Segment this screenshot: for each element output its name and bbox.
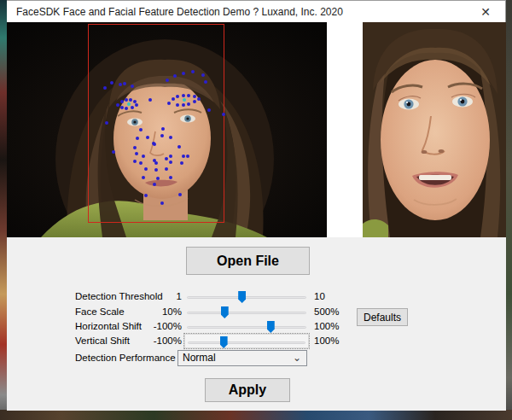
open-file-button[interactable]: Open File [186,247,310,275]
slider-max-value: 500% [314,305,339,319]
slider-track[interactable] [187,312,306,314]
performance-dropdown[interactable]: Normal ⌄ [177,350,307,366]
landmark-dot [142,155,145,158]
close-button[interactable]: ✕ [471,1,500,22]
desktop-wallpaper-left [0,0,7,420]
detection-result-photo [7,22,327,237]
landmark-dot [193,100,196,103]
landmark-dot [129,98,132,102]
landmark-dot [133,160,137,163]
landmark-dot [119,83,122,86]
landmark-dot [153,183,156,186]
slider-min-value: -100% [139,319,182,334]
landmark-dot [169,176,172,179]
landmark-dot [197,97,201,101]
slider-min-value: 1 [139,289,182,304]
slider-max-value: 100% [314,319,339,334]
landmark-dot [142,176,145,179]
eye-center-landmark [127,102,131,106]
landmark-dot [176,95,179,98]
slider-row-face-scale: Face Scale 10% 500% [7,305,506,319]
landmark-dot [191,70,195,73]
titlebar: FaceSDK Face and Facial Feature Detectio… [7,1,505,22]
right-photo-art [363,22,506,237]
vertical-shift-slider[interactable] [184,334,309,348]
landmark-dot [187,94,190,97]
close-icon: ✕ [480,5,491,19]
landmark-dot [154,168,158,172]
landmark-dot [161,127,165,131]
apply-button[interactable]: Apply [205,378,290,402]
landmark-dot [133,146,137,149]
landmark-dot [136,137,139,140]
slider-max-value: 100% [314,334,339,348]
slider-thumb[interactable] [238,291,246,303]
landmark-dot [182,94,185,97]
eye-center-landmark [183,98,186,102]
landmark-dot [156,177,160,180]
landmark-dot [204,80,207,84]
landmark-dot [139,161,143,165]
landmark-dot [148,98,152,102]
slider-max-value: 10 [314,289,325,304]
landmark-dot [207,108,211,112]
landmark-dot [193,95,196,98]
landmark-dot [169,136,172,139]
landmark-dot [160,201,164,205]
landmark-dot [169,155,172,158]
landmark-dot [105,121,108,125]
landmark-dot [112,150,115,154]
slider-row-horizontal-shift: Horizontal Shift -100% 100% [7,319,506,334]
landmark-dot [103,86,107,90]
landmark-dot [135,103,138,107]
window-title: FaceSDK Face and Facial Feature Detectio… [7,6,343,18]
landmark-dot [166,79,169,82]
performance-label: Detection Performance [75,349,176,366]
landmark-dot [110,81,113,85]
slider-label: Face Scale [75,305,125,319]
landmark-dot [131,85,134,88]
slider-label: Horizontal Shift [75,319,142,334]
landmark-dot [144,194,148,197]
landmark-dot [153,143,156,146]
landmark-dot [186,155,189,158]
slider-track[interactable] [187,326,306,329]
slider-thumb[interactable] [267,321,275,333]
landmark-dot [125,98,128,102]
landmark-dot [139,128,143,131]
detection-threshold-slider[interactable] [184,289,309,304]
landmark-dot [116,103,119,107]
landmark-dot [154,161,158,165]
slider-thumb[interactable] [221,306,229,318]
cropped-face-photo [363,22,506,237]
controls-panel: Open File Detection Threshold 1 10 Face … [7,237,506,411]
defaults-label: Defaults [364,312,401,324]
slider-thumb[interactable] [220,336,228,348]
landmark-dot [178,193,182,196]
slider-track[interactable] [188,341,305,344]
landmark-dot [125,107,128,110]
landmark-dot [201,73,205,77]
landmark-dot [173,74,177,78]
slider-min-value: -100% [139,334,182,348]
defaults-button[interactable]: Defaults [357,308,408,326]
app-window: FaceSDK Face and Facial Feature Detectio… [7,0,506,410]
horizontal-shift-slider[interactable] [184,319,309,334]
landmark-dot [187,102,190,106]
landmark-dot [167,102,171,105]
landmark-dot [222,113,225,116]
landmark-dot [131,106,134,109]
landmark-dot [176,103,179,107]
slider-track[interactable] [187,296,306,299]
landmark-dot [172,97,175,101]
face-scale-slider[interactable] [184,305,309,319]
performance-value: Normal [183,352,216,364]
desktop-wallpaper-bottom [0,410,512,420]
detection-overlay [7,22,327,237]
apply-label: Apply [229,382,266,398]
landmark-dot [144,167,148,171]
landmark-dot [123,82,126,85]
landmark-dot [177,145,181,149]
landmark-dot [160,134,164,137]
slider-row-detection-threshold: Detection Threshold 1 10 [7,289,506,304]
